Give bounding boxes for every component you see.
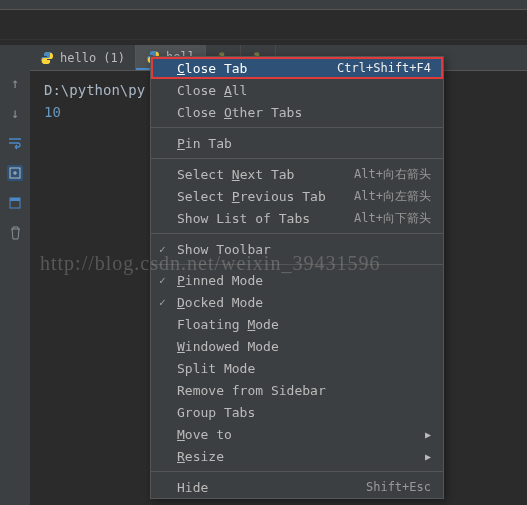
- menu-item-label: Show List of Tabs: [177, 211, 310, 226]
- trash-icon[interactable]: [7, 225, 23, 241]
- menu-separator: [151, 471, 443, 472]
- menu-item[interactable]: Close All: [151, 79, 443, 101]
- menu-item-label: Docked Mode: [177, 295, 263, 310]
- tab-label: hello (1): [60, 51, 125, 65]
- menu-item[interactable]: ✓Show Toolbar: [151, 238, 443, 260]
- menu-item[interactable]: Close TabCtrl+Shift+F4: [151, 57, 443, 79]
- menu-item-label: Show Toolbar: [177, 242, 271, 257]
- arrow-up-icon[interactable]: ↑: [7, 75, 23, 91]
- menu-item[interactable]: Floating Mode: [151, 313, 443, 335]
- menu-separator: [151, 127, 443, 128]
- menu-item[interactable]: ✓Docked Mode: [151, 291, 443, 313]
- menu-separator: [151, 264, 443, 265]
- menu-item-label: Close All: [177, 83, 247, 98]
- toolbar-area: [0, 10, 527, 40]
- menu-shortcut: Alt+向下箭头: [354, 210, 431, 227]
- menu-item[interactable]: HideShift+Esc: [151, 476, 443, 498]
- menu-shortcut: Ctrl+Shift+F4: [337, 61, 431, 75]
- menu-item[interactable]: Close Other Tabs: [151, 101, 443, 123]
- menu-item[interactable]: Move to▶: [151, 423, 443, 445]
- editor-tab[interactable]: hello (1): [30, 45, 136, 70]
- soft-wrap-icon[interactable]: [7, 135, 23, 151]
- menu-item-label: Resize: [177, 449, 224, 464]
- check-icon: ✓: [159, 243, 166, 256]
- check-icon: ✓: [159, 274, 166, 287]
- menu-item-label: Hide: [177, 480, 208, 495]
- check-icon: ✓: [159, 296, 166, 309]
- menu-item-label: Pin Tab: [177, 136, 232, 151]
- menu-item-label: Select Previous Tab: [177, 189, 326, 204]
- submenu-arrow-icon: ▶: [425, 451, 431, 462]
- menu-item[interactable]: Resize▶: [151, 445, 443, 467]
- arrow-down-icon[interactable]: ↓: [7, 105, 23, 121]
- menu-item[interactable]: Select Next TabAlt+向右箭头: [151, 163, 443, 185]
- menu-item[interactable]: Windowed Mode: [151, 335, 443, 357]
- menu-item-label: Remove from Sidebar: [177, 383, 326, 398]
- menu-separator: [151, 158, 443, 159]
- view-mode-icon[interactable]: [7, 195, 23, 211]
- menu-item[interactable]: Pin Tab: [151, 132, 443, 154]
- menu-item-label: Split Mode: [177, 361, 255, 376]
- menu-item[interactable]: Remove from Sidebar: [151, 379, 443, 401]
- menu-shortcut: Shift+Esc: [366, 480, 431, 494]
- menu-item-label: Close Other Tabs: [177, 105, 302, 120]
- menu-shortcut: Alt+向左箭头: [354, 188, 431, 205]
- title-bar: [0, 0, 527, 10]
- menu-item-label: Pinned Mode: [177, 273, 263, 288]
- menu-shortcut: Alt+向右箭头: [354, 166, 431, 183]
- menu-item-label: Select Next Tab: [177, 167, 294, 182]
- scroll-to-source-icon[interactable]: [7, 165, 23, 181]
- menu-item[interactable]: Select Previous TabAlt+向左箭头: [151, 185, 443, 207]
- menu-item[interactable]: ✓Pinned Mode: [151, 269, 443, 291]
- tool-window-gutter: ↑ ↓: [0, 45, 30, 505]
- python-icon: [40, 51, 54, 65]
- menu-item-label: Close Tab: [177, 61, 247, 76]
- tab-context-menu: Close TabCtrl+Shift+F4Close AllClose Oth…: [150, 56, 444, 499]
- menu-separator: [151, 233, 443, 234]
- menu-item[interactable]: Split Mode: [151, 357, 443, 379]
- menu-item[interactable]: Group Tabs: [151, 401, 443, 423]
- menu-item-label: Move to: [177, 427, 232, 442]
- submenu-arrow-icon: ▶: [425, 429, 431, 440]
- menu-item-label: Floating Mode: [177, 317, 279, 332]
- menu-item-label: Group Tabs: [177, 405, 255, 420]
- svg-rect-2: [10, 198, 20, 201]
- menu-item-label: Windowed Mode: [177, 339, 279, 354]
- menu-item[interactable]: Show List of TabsAlt+向下箭头: [151, 207, 443, 229]
